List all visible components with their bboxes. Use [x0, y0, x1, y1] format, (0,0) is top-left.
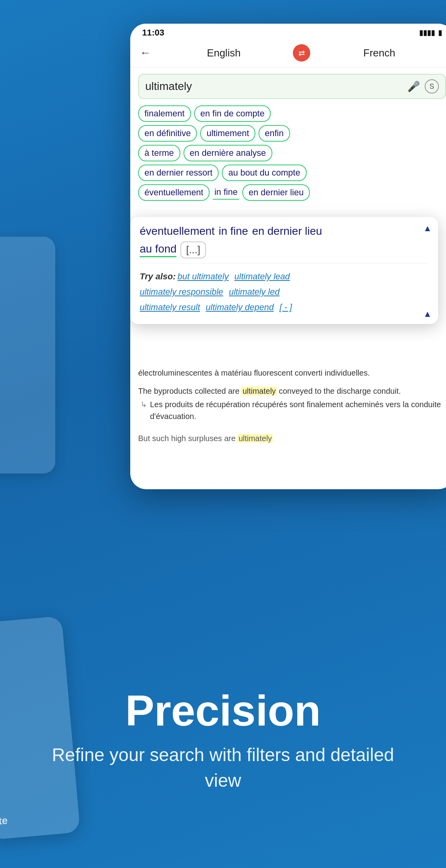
- examples-section: électroluminescentes à matériau fluoresc…: [130, 367, 446, 451]
- try-also-row-1: Try also: but ultimately ultimately lead: [140, 270, 429, 283]
- bottom-section: Precision Refine your search with filter…: [0, 612, 446, 868]
- chip-ultimement[interactable]: ultimement: [200, 125, 255, 142]
- link-ultimately-lead[interactable]: ultimately lead: [234, 271, 290, 281]
- chip-enfin[interactable]: enfin: [259, 125, 290, 142]
- swap-icon: ⇄: [298, 48, 305, 58]
- star-icon: ☆: [0, 245, 50, 261]
- link-ultimately-responsible[interactable]: ultimately responsible: [140, 287, 223, 297]
- try-also-label: Try also:: [140, 271, 176, 281]
- expanded-chips-row2: au fond [...]: [140, 241, 429, 258]
- try-also-row-3: ultimately result ultimately depend [ - …: [140, 301, 429, 314]
- example-2-en: The byproducts collected are ultimately …: [138, 385, 446, 397]
- example-3-highlight: ultimately: [238, 434, 272, 443]
- link-ultimately-led[interactable]: ultimately led: [229, 287, 279, 297]
- chip-au-bout-du-compte[interactable]: au bout du compte: [222, 165, 306, 181]
- example-3-fade: But such high surpluses are ultimately: [138, 428, 446, 444]
- link-dash[interactable]: [ - ]: [279, 302, 292, 312]
- search-input[interactable]: ultimately: [145, 80, 407, 93]
- example-1-en: électroluminescentes à matériau fluoresc…: [138, 367, 446, 379]
- example-block-3: But such high surpluses are ultimately: [138, 428, 446, 444]
- precision-subtitle: Refine your search with filters and deta…: [32, 742, 414, 793]
- chip-en-dernier-ressort[interactable]: en dernier ressort: [138, 165, 219, 181]
- link-ultimately-result[interactable]: ultimately result: [140, 302, 200, 312]
- battery-icon: ▮: [438, 28, 442, 37]
- source-language[interactable]: English: [159, 47, 289, 59]
- chip-a-terme[interactable]: à terme: [138, 145, 180, 161]
- exp-chip-en-dernier-lieu[interactable]: en dernier lieu: [252, 225, 322, 238]
- swap-languages-button[interactable]: ⇄: [293, 44, 310, 62]
- chip-en-fin-de-compte[interactable]: en fin de compte: [194, 105, 271, 122]
- exp-chip-eventuellement[interactable]: éventuellement: [140, 225, 215, 238]
- chip-in-fine[interactable]: in fine: [213, 185, 239, 200]
- example-block-2: The byproducts collected are ultimately …: [138, 385, 446, 422]
- app-header: ← English ⇄ French: [130, 40, 446, 67]
- search-bar[interactable]: ultimately 🎤 S: [138, 74, 446, 99]
- chips-row-4: en dernier ressort au bout du compte: [138, 165, 446, 181]
- phone-mockup: 11:03 ▮▮▮▮ ▮ ← English ⇄ French ultimate…: [130, 24, 446, 489]
- chips-row-5: éventuellement in fine en dernier lieu: [138, 184, 446, 201]
- chips-row-2: en définitive ultimement enfin: [138, 125, 446, 142]
- example-2-en-suffix: conveyed to the discharge conduit.: [277, 387, 401, 395]
- example-3-prefix: But such high surpluses are: [138, 434, 238, 443]
- link-but-ultimately[interactable]: but ultimately: [178, 271, 229, 281]
- example-block-1: électroluminescentes à matériau fluoresc…: [138, 367, 446, 379]
- example-2-fr-text: Les produits de récupération récupérés s…: [150, 400, 441, 421]
- speaker-icon: 🔈: [0, 273, 50, 290]
- status-icons: ▮▮▮▮ ▮: [419, 28, 442, 37]
- collapse-button-top[interactable]: ▲: [423, 223, 432, 234]
- divider: [140, 263, 429, 264]
- try-also-section: Try also: but ultimately ultimately lead…: [140, 268, 429, 318]
- chip-finalement[interactable]: finalement: [138, 105, 191, 122]
- example-2-fr: Les produits de récupération récupérés s…: [138, 398, 446, 422]
- example-2-en-prefix: The byproducts collected are: [138, 387, 242, 395]
- signal-icon: ▮▮▮▮: [419, 28, 435, 37]
- clock: 11:03: [142, 28, 164, 38]
- chips-row-1: finalement en fin de compte: [138, 105, 446, 122]
- translation-chips: finalement en fin de compte en définitiv…: [130, 103, 446, 206]
- collapse-button-bottom[interactable]: ▲: [423, 309, 432, 319]
- example-1-en-text: électroluminescentes à matériau fluoresc…: [138, 369, 370, 377]
- expanded-card: éventuellement in fine en dernier lieu a…: [130, 217, 438, 324]
- try-also-row-2: ultimately responsible ultimately led: [140, 285, 429, 298]
- chip-eventuellement[interactable]: éventuellement: [138, 184, 210, 201]
- exp-chip-ellipsis[interactable]: [...]: [180, 241, 206, 258]
- back-button[interactable]: ←: [140, 47, 151, 59]
- exp-chip-in-fine[interactable]: in fine: [219, 225, 248, 238]
- status-bar: 11:03 ▮▮▮▮ ▮: [130, 24, 446, 40]
- left-phone-partial: ☆ 🔈 nte: [0, 237, 55, 473]
- reverso-icon[interactable]: S: [425, 79, 439, 94]
- chip-en-derniere-analyse[interactable]: en dernière analyse: [184, 145, 272, 161]
- chip-en-definitive[interactable]: en définitive: [138, 125, 197, 142]
- link-ultimately-depend[interactable]: ultimately depend: [206, 302, 274, 312]
- microphone-icon[interactable]: 🎤: [407, 80, 420, 93]
- target-language[interactable]: French: [314, 47, 444, 59]
- reverso-s: S: [429, 82, 434, 91]
- chip-en-dernier-lieu[interactable]: en dernier lieu: [242, 184, 310, 201]
- example-2-en-highlight: ultimately: [242, 387, 276, 395]
- exp-chip-au-fond[interactable]: au fond: [140, 243, 176, 257]
- chips-row-3: à terme en dernière analyse: [138, 145, 446, 161]
- expanded-chips-row: éventuellement in fine en dernier lieu: [140, 225, 429, 238]
- precision-title: Precision: [125, 687, 320, 734]
